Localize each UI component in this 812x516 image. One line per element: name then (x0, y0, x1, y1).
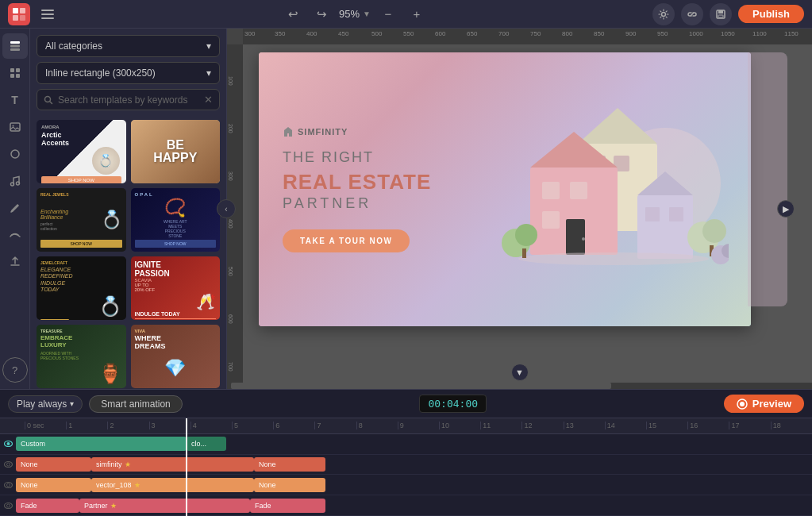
topbar-center: ↩ ↪ 95% ▼ − + (282, 3, 428, 25)
svg-rect-30 (542, 211, 560, 229)
template-item[interactable]: TREASURE EMBRACELUXURY ADORNED WITHPRECI… (37, 325, 126, 388)
clear-icon[interactable]: ✕ (204, 94, 213, 106)
scroll-down-button[interactable]: ▼ (511, 364, 529, 381)
sidebar-item-layers[interactable] (2, 33, 28, 59)
ruler-mark: 500 (371, 30, 382, 37)
track-segment[interactable]: vector_108★ (91, 478, 254, 492)
template-item[interactable]: REAL JEWELS EnchantingBrilliance perfect… (37, 188, 126, 252)
save-icon[interactable] (710, 3, 732, 25)
svg-point-19 (16, 182, 19, 185)
ruler-mark: 600 (435, 30, 445, 37)
right-overflow (748, 52, 787, 306)
redo-button[interactable]: ↪ (310, 3, 333, 25)
ruler-mark: 900 (625, 30, 636, 37)
ruler-v-mark: 700 (228, 362, 233, 372)
ruler-mark: 6 (273, 422, 314, 429)
template-item[interactable]: AMORA ArcticAccents 💍 SHOP NOW (37, 120, 126, 183)
track-content: Custom clo... (16, 436, 812, 452)
zoom-out-button[interactable]: − (377, 3, 399, 25)
sidebar-item-templates[interactable] (2, 60, 28, 86)
svg-rect-15 (10, 123, 20, 131)
svg-rect-13 (10, 74, 14, 78)
template-item[interactable]: OPAL 📿 WHERE ARTMEETSPRECIOUSSTONE SHOP … (131, 188, 221, 252)
sidebar-item-effects[interactable] (2, 222, 28, 248)
track-eye-button[interactable] (0, 482, 16, 488)
ruler-mark: 1000 (689, 30, 703, 37)
star-icon: ★ (125, 460, 131, 468)
sidebar-item-music[interactable] (2, 168, 28, 194)
template-item[interactable]: JEWELCRAFT ELEGANCEREDEFINEDINDULGETODAY… (37, 256, 126, 320)
zoom-value[interactable]: 95% (339, 8, 360, 20)
track-segment[interactable]: Partner★ (79, 499, 250, 513)
ruler-mark: 400 (306, 30, 317, 37)
track-segment[interactable]: clo... (187, 437, 226, 451)
track-segment[interactable]: Fade (250, 499, 325, 513)
publish-button[interactable]: Publish (738, 5, 804, 23)
svg-point-42 (702, 219, 726, 243)
svg-rect-36 (669, 207, 683, 221)
ruler-v-mark: 400 (228, 219, 233, 229)
ruler-mark: 17 (729, 422, 770, 429)
link-icon[interactable] (681, 3, 703, 25)
track-segment[interactable]: None (16, 478, 91, 492)
svg-rect-9 (10, 45, 20, 48)
ad-cta-button[interactable]: TAKE A TOUR NOW (283, 229, 410, 252)
ad-logo: SIMFINITY (283, 126, 483, 137)
ruler-mark: 12 (521, 422, 563, 429)
svg-rect-11 (10, 68, 14, 72)
track-content: None vector_108★ None (16, 477, 812, 493)
template-grid: AMORA ArcticAccents 💍 SHOP NOW BEHAPPY R… (30, 117, 226, 389)
svg-rect-12 (16, 68, 20, 72)
zoom-controls: 95% ▼ (339, 8, 371, 20)
svg-point-20 (45, 96, 51, 102)
template-item[interactable]: VIVA WHEREDREAMS 💎 (131, 325, 221, 388)
svg-rect-2 (13, 15, 18, 21)
ad-canvas-frame[interactable]: SIMFINITY THE RIGHT REAL ESTATE PARTNER … (259, 52, 751, 326)
track-segment[interactable]: simfinity★ (91, 457, 254, 472)
size-dropdown[interactable]: Inline rectangle (300x250) ▾ (37, 62, 220, 84)
sidebar-item-text[interactable]: T (2, 87, 28, 113)
track-row: None simfinity★ None (0, 455, 812, 476)
ruler-mark: 15 (646, 422, 687, 429)
svg-rect-31 (566, 219, 585, 255)
scroll-right-button[interactable]: ▶ (777, 200, 795, 218)
ruler-mark: 10 (439, 422, 480, 429)
sidebar-item-upload[interactable] (2, 249, 28, 275)
simfinity-ad: SIMFINITY THE RIGHT REAL ESTATE PARTNER … (259, 52, 751, 326)
svg-point-55 (6, 504, 10, 507)
preview-button[interactable]: Preview (724, 395, 804, 413)
search-input[interactable] (58, 94, 199, 106)
smart-animation-button[interactable]: Smart animation (89, 395, 182, 413)
menu-button[interactable] (38, 6, 57, 22)
track-eye-button[interactable] (0, 461, 16, 468)
track-segment[interactable]: Fade (16, 499, 79, 513)
track-segment[interactable]: Custom (16, 437, 187, 451)
timeline-toolbar: Play always ▾ Smart animation 00:04:00 P… (0, 390, 812, 418)
ruler-mark: 1 (66, 422, 107, 429)
sidebar-item-shape[interactable] (2, 141, 28, 167)
track-segment[interactable]: None (254, 457, 325, 472)
track-segment[interactable]: None (254, 478, 325, 492)
template-item[interactable]: IGNITEPASSION SCAVIA UP TO20% OFF 🥂 INDU… (131, 256, 221, 320)
canvas-h-scrollbar[interactable] (227, 383, 812, 389)
collapse-panel-button[interactable]: ‹ (217, 199, 236, 218)
ruler-mark: 18 (771, 422, 812, 429)
canvas-scroll[interactable]: 100 200 300 400 500 600 700 SIMFINI (227, 44, 812, 383)
zoom-in-button[interactable]: + (406, 3, 428, 25)
svg-point-53 (6, 483, 10, 487)
track-segment[interactable]: None (16, 457, 91, 472)
zoom-chevron[interactable]: ▼ (363, 10, 371, 18)
chevron-down-icon: ▾ (206, 40, 211, 52)
template-item[interactable]: BEHAPPY (131, 120, 221, 183)
ruler-v-mark: 300 (228, 171, 233, 181)
ruler-mark: 700 (498, 30, 509, 37)
sidebar-item-help[interactable]: ? (2, 357, 28, 383)
track-eye-button[interactable] (0, 503, 16, 509)
track-eye-button[interactable] (0, 441, 16, 447)
play-dropdown[interactable]: Play always ▾ (8, 395, 83, 413)
settings-icon[interactable] (652, 3, 675, 25)
category-dropdown[interactable]: All categories ▾ (37, 35, 220, 57)
undo-button[interactable]: ↩ (282, 3, 304, 25)
sidebar-item-image[interactable] (2, 114, 28, 140)
sidebar-item-draw[interactable] (2, 195, 28, 221)
